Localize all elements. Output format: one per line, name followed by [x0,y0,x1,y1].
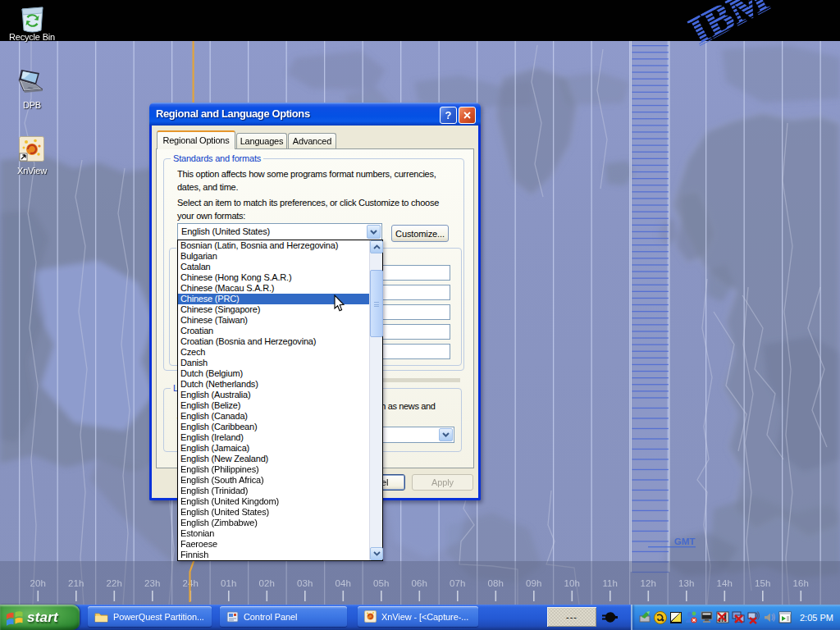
svg-text:06h: 06h [412,578,427,588]
svg-text:08h: 08h [488,578,504,588]
svg-text:13h: 13h [678,578,694,588]
svg-text:11h: 11h [603,578,618,588]
svg-text:16h: 16h [793,578,809,588]
svg-text:23h: 23h [144,578,160,588]
svg-text:22h: 22h [107,578,122,588]
svg-text:02h: 02h [259,578,275,588]
svg-text:14h: 14h [717,578,733,588]
svg-text:10h: 10h [564,578,580,588]
svg-text:01h: 01h [221,578,236,588]
svg-text:05h: 05h [373,578,389,588]
svg-text:GMT: GMT [674,536,696,546]
svg-text:04h: 04h [336,578,351,588]
svg-text:12h: 12h [641,578,656,588]
svg-text:03h: 03h [297,578,313,588]
svg-text:21h: 21h [68,578,84,588]
svg-text:20h: 20h [30,578,46,588]
svg-text:07h: 07h [450,578,465,588]
svg-text:09h: 09h [526,578,541,588]
svg-text:15h: 15h [755,578,770,588]
